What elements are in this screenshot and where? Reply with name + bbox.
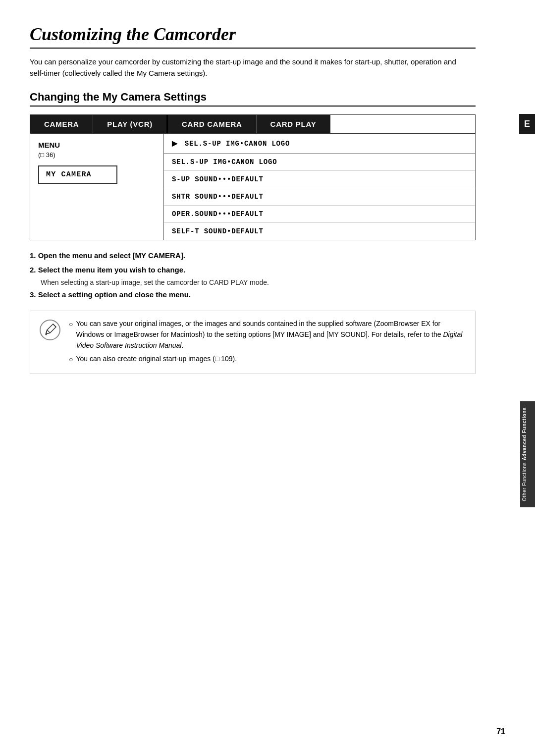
menu-label: MENU bbox=[38, 141, 156, 149]
note-pencil-icon bbox=[39, 319, 61, 341]
step-3-text: Select a setting option and close the me… bbox=[38, 290, 191, 299]
step-2: 2. Select the menu item you wish to chan… bbox=[30, 265, 476, 276]
step-1: 1. Open the menu and select [MY CAMERA]. bbox=[30, 250, 476, 262]
steps-section: 1. Open the menu and select [MY CAMERA].… bbox=[30, 250, 476, 301]
other-functions-label: Other Functions bbox=[522, 462, 527, 501]
tab-right-group: CARD CAMERA CARD PLAY bbox=[168, 115, 475, 133]
note-content: ○ You can save your original images, or … bbox=[69, 318, 467, 367]
note-bullet-2-text: You can also create original start-up im… bbox=[76, 353, 237, 364]
submenu-item-4[interactable]: SELF-T SOUND•DEFAULT bbox=[164, 223, 475, 240]
tab-bar: CAMERA PLAY (VCR) CARD CAMERA CARD PLAY bbox=[30, 114, 476, 134]
tab-camera[interactable]: CAMERA bbox=[30, 115, 93, 133]
tab-card-camera[interactable]: CARD CAMERA bbox=[168, 115, 257, 133]
menu-ref: (□ 36) bbox=[38, 151, 156, 159]
step-1-number: 1. bbox=[30, 251, 36, 260]
section-title: Changing the My Camera Settings bbox=[30, 91, 476, 107]
bullet-circle-icon-2: ○ bbox=[69, 354, 73, 365]
page-container: Customizing the Camcorder You can person… bbox=[0, 0, 505, 404]
submenu-item-0[interactable]: SEL.S-UP IMG•CANON LOGO bbox=[164, 154, 475, 171]
tab-left-group: CAMERA PLAY (VCR) bbox=[30, 115, 166, 133]
e-tab-letter: E bbox=[524, 119, 530, 129]
note-bullet-1: ○ You can save your original images, or … bbox=[69, 318, 467, 351]
menu-left-panel: MENU (□ 36) MY CAMERA bbox=[30, 134, 164, 240]
tab-play-vcr[interactable]: PLAY (VCR) bbox=[93, 115, 166, 133]
note-bullet-1-text: You can save your original images, or th… bbox=[76, 318, 467, 351]
note-icon bbox=[38, 318, 62, 342]
submenu-item-1[interactable]: S-UP SOUND•••DEFAULT bbox=[164, 171, 475, 188]
step-1-text: Open the menu and select [MY CAMERA]. bbox=[38, 251, 185, 260]
submenu-selected-title: SEL.S-UP IMG•CANON LOGO bbox=[185, 140, 290, 148]
submenu-header: ► SEL.S-UP IMG•CANON LOGO bbox=[164, 134, 475, 154]
menu-right-panel: ► SEL.S-UP IMG•CANON LOGO SEL.S-UP IMG•C… bbox=[164, 134, 475, 240]
advanced-functions-sidebar: Advanced Functions Other Functions bbox=[520, 401, 535, 507]
svg-point-1 bbox=[46, 333, 47, 335]
page-number: 71 bbox=[496, 727, 505, 736]
step-2-number: 2. bbox=[30, 266, 36, 274]
step-3: 3. Select a setting option and close the… bbox=[30, 289, 476, 301]
e-tab: E bbox=[519, 114, 535, 134]
note-bullet-2: ○ You can also create original start-up … bbox=[69, 353, 467, 365]
note-box: ○ You can save your original images, or … bbox=[30, 311, 476, 375]
page-title: Customizing the Camcorder bbox=[30, 24, 476, 49]
tab-card-play[interactable]: CARD PLAY bbox=[257, 115, 330, 133]
submenu-item-3[interactable]: OPER.SOUND•••DEFAULT bbox=[164, 206, 475, 223]
bullet-circle-icon-1: ○ bbox=[69, 319, 73, 329]
step-2-text: Select the menu item you wish to change. bbox=[38, 266, 186, 274]
menu-item-box[interactable]: MY CAMERA bbox=[38, 165, 117, 184]
submenu-item-2[interactable]: SHTR SOUND•••DEFAULT bbox=[164, 188, 475, 206]
intro-text: You can personalize your camcorder by cu… bbox=[30, 56, 466, 79]
advanced-functions-label: Advanced Functions bbox=[522, 407, 527, 460]
step-2-sub: When selecting a start-up image, set the… bbox=[41, 278, 476, 286]
menu-content-area: MENU (□ 36) MY CAMERA ► SEL.S-UP IMG•CAN… bbox=[30, 134, 476, 240]
submenu-arrow-icon: ► bbox=[170, 138, 180, 149]
step-3-number: 3. bbox=[30, 290, 36, 299]
svg-point-0 bbox=[40, 320, 60, 340]
